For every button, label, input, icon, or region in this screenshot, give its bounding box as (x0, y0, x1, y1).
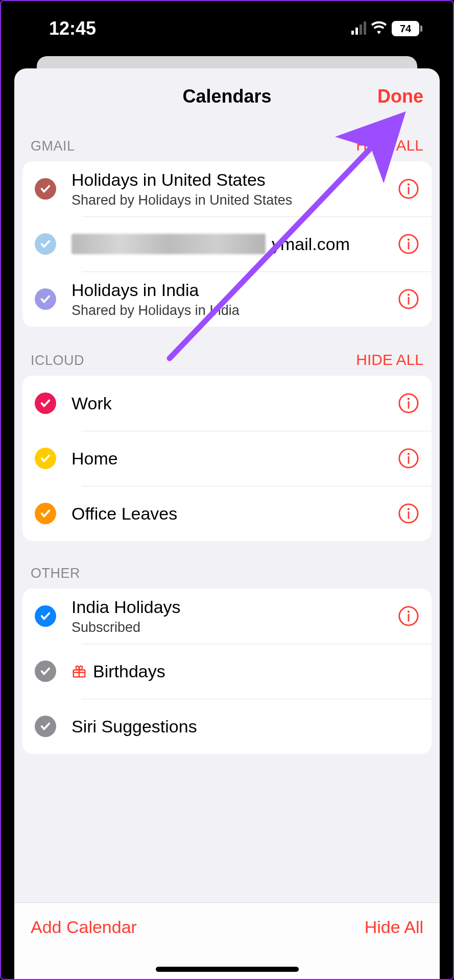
svg-point-7 (408, 293, 410, 296)
calendar-title: Work (71, 393, 398, 414)
group-other: India Holidays Subscribed (22, 589, 432, 754)
battery-level: 74 (392, 21, 419, 36)
calendar-row[interactable]: Holidays in United States Shared by Holi… (22, 161, 432, 216)
cellular-signal-icon (351, 22, 366, 35)
battery-indicator: 74 (392, 21, 422, 36)
section-header-other: OTHER (14, 541, 440, 589)
calendar-row[interactable]: Home (22, 431, 432, 486)
svg-point-13 (408, 453, 410, 455)
gift-icon (71, 664, 87, 679)
calendar-title: India Holidays (71, 597, 398, 618)
checkmark-icon[interactable] (35, 503, 56, 524)
calendars-sheet: Calendars Done GMAIL HIDE ALL Holidays i… (14, 68, 440, 979)
status-time: 12:45 (49, 18, 96, 39)
calendar-subtitle: Shared by Holidays in United States (71, 192, 398, 208)
info-button[interactable] (398, 233, 419, 255)
checkmark-icon[interactable] (35, 716, 56, 737)
calendar-title: Birthdays (71, 661, 419, 682)
svg-point-10 (408, 398, 410, 400)
calendar-title: Holidays in India (71, 280, 398, 301)
section-header-gmail: GMAIL HIDE ALL (14, 125, 440, 161)
info-button[interactable] (398, 503, 419, 524)
calendar-title: ymail.com (71, 234, 398, 255)
svg-point-19 (408, 610, 410, 612)
info-button[interactable] (398, 178, 419, 200)
calendar-row[interactable]: Holidays in India Shared by Holidays in … (22, 272, 432, 327)
checkmark-icon[interactable] (35, 605, 56, 627)
section-label: GMAIL (31, 138, 75, 154)
done-button[interactable]: Done (377, 68, 423, 125)
section-label: ICLOUD (31, 353, 84, 369)
calendar-title: Holidays in United States (71, 169, 398, 190)
calendar-row[interactable]: Birthdays (22, 644, 432, 699)
home-indicator[interactable] (156, 967, 299, 972)
redacted-text (71, 234, 266, 254)
calendar-row[interactable]: India Holidays Subscribed (22, 589, 432, 644)
checkmark-icon[interactable] (35, 393, 56, 414)
hide-all-button[interactable]: Hide All (365, 917, 423, 937)
calendar-row[interactable]: Office Leaves (22, 486, 432, 541)
hide-all-icloud[interactable]: HIDE ALL (356, 351, 423, 369)
section-header-icloud: ICLOUD HIDE ALL (14, 327, 440, 376)
calendar-subtitle: Subscribed (71, 620, 398, 635)
info-button[interactable] (398, 288, 419, 310)
calendar-title: Office Leaves (71, 503, 398, 524)
checkmark-icon[interactable] (35, 178, 56, 200)
group-gmail: Holidays in United States Shared by Holi… (22, 161, 432, 327)
status-bar: 12:45 74 (1, 1, 453, 56)
hide-all-gmail[interactable]: HIDE ALL (356, 137, 423, 154)
sheet-header: Calendars Done (14, 68, 440, 125)
info-button[interactable] (398, 448, 419, 469)
status-right: 74 (351, 21, 422, 36)
svg-point-1 (408, 183, 410, 185)
info-button[interactable] (398, 393, 419, 414)
add-calendar-button[interactable]: Add Calendar (31, 917, 137, 937)
section-label: OTHER (31, 566, 80, 581)
checkmark-icon[interactable] (35, 660, 56, 682)
calendar-row[interactable]: Siri Suggestions (22, 699, 432, 754)
svg-point-4 (408, 238, 410, 240)
calendar-row[interactable]: ymail.com (22, 216, 432, 272)
checkmark-icon[interactable] (35, 233, 56, 255)
calendar-title: Home (71, 448, 398, 469)
checkmark-icon[interactable] (35, 448, 56, 469)
sheet-title: Calendars (182, 86, 271, 107)
calendar-row[interactable]: Work (22, 376, 432, 431)
wifi-icon (371, 21, 387, 36)
info-button[interactable] (398, 605, 419, 627)
svg-point-16 (408, 508, 410, 510)
checkmark-icon[interactable] (35, 288, 56, 310)
calendar-title: Siri Suggestions (71, 716, 419, 737)
group-icloud: Work Home Office Leaves (22, 376, 432, 541)
calendar-subtitle: Shared by Holidays in India (71, 303, 398, 318)
